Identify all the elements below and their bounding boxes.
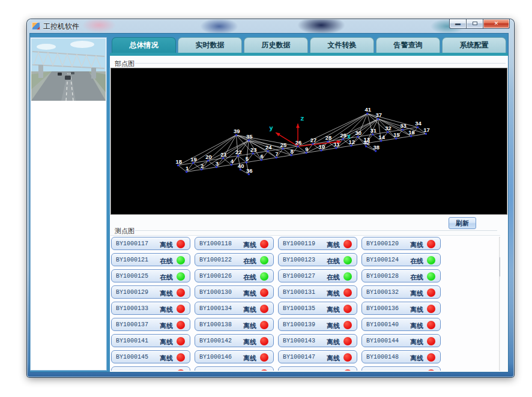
- sensor-status-label: 离线: [327, 321, 340, 330]
- tab-4[interactable]: 告警查询: [376, 37, 440, 53]
- sensor-card[interactable]: BY1000139离线: [278, 318, 357, 331]
- sensor-card[interactable]: BY1000146离线: [195, 350, 274, 363]
- sensor-status-label: 离线: [160, 338, 173, 347]
- svg-text:32: 32: [385, 125, 391, 131]
- svg-text:8: 8: [290, 148, 293, 155]
- sensor-card[interactable]: BY1000118离线: [195, 237, 274, 250]
- sensor-id: BY1000148: [366, 354, 399, 360]
- sensor-card[interactable]: BY1000131离线: [278, 285, 357, 299]
- svg-text:29: 29: [340, 132, 347, 139]
- sensor-card[interactable]: BY1000135离线: [278, 302, 357, 315]
- sensor-grid-scrollbar[interactable]: ▲ ▼: [499, 237, 500, 371]
- tab-3[interactable]: 文件转换: [310, 37, 374, 53]
- scroll-down-icon[interactable]: ▼: [500, 362, 500, 370]
- close-button[interactable]: ✕: [483, 19, 510, 29]
- maximize-icon: [473, 22, 477, 25]
- sensor-status-label: 离线: [243, 321, 256, 330]
- sensor-status-label: 离线: [243, 338, 256, 347]
- sensor-card[interactable]: BY1000142离线: [195, 334, 274, 347]
- sensor-card[interactable]: BY1000133离线: [111, 302, 190, 315]
- sensor-diagram-label: 测点图: [115, 227, 135, 236]
- svg-text:4: 4: [231, 158, 234, 164]
- sensor-card[interactable]: [195, 366, 274, 371]
- sensor-status-label: 离线: [327, 289, 340, 298]
- sensor-card[interactable]: BY1000128在线: [361, 269, 441, 282]
- svg-text:18: 18: [175, 158, 182, 165]
- svg-text:38: 38: [373, 144, 379, 151]
- sensor-card[interactable]: [278, 366, 357, 371]
- status-offline-icon: [427, 337, 435, 345]
- sensor-id: BY1000124: [366, 257, 399, 263]
- sensor-card[interactable]: BY1000140离线: [361, 318, 441, 331]
- refresh-button[interactable]: 刷新: [449, 217, 476, 229]
- status-offline-icon: [427, 288, 435, 297]
- sensor-card[interactable]: BY1000117离线: [111, 237, 190, 250]
- svg-text:10: 10: [319, 143, 325, 150]
- status-offline-icon: [177, 353, 185, 362]
- scroll-up-icon[interactable]: ▲: [500, 237, 500, 246]
- sensor-card[interactable]: BY1000121在线: [111, 253, 190, 266]
- svg-text:39: 39: [234, 128, 240, 134]
- sensor-card[interactable]: BY1000134离线: [195, 302, 274, 315]
- sensor-card[interactable]: BY1000122在线: [195, 253, 274, 266]
- svg-text:35: 35: [246, 133, 253, 140]
- svg-text:5: 5: [246, 155, 249, 162]
- tab-0[interactable]: 总体情况: [112, 37, 176, 53]
- sensor-id: BY1000126: [199, 273, 232, 279]
- sensor-card[interactable]: BY1000141离线: [111, 334, 190, 347]
- sensor-card[interactable]: BY1000125在线: [111, 269, 190, 282]
- title-bar[interactable]: 工控机软件 ▬ ✕: [27, 19, 514, 33]
- sensor-card[interactable]: BY1000147离线: [278, 350, 357, 363]
- sensor-status-label: 在线: [327, 273, 340, 282]
- tab-1[interactable]: 实时数据: [178, 37, 242, 53]
- status-offline-icon: [343, 321, 352, 329]
- tab-strip: 总体情况实时数据历史数据文件转换告警查询系统配置: [110, 37, 508, 53]
- sensor-id: BY1000130: [199, 289, 232, 296]
- sensor-card[interactable]: BY1000148离线: [361, 350, 441, 363]
- svg-text:17: 17: [423, 127, 430, 133]
- sensor-card[interactable]: BY1000143离线: [278, 334, 357, 347]
- status-offline-icon: [260, 353, 268, 362]
- svg-text:22: 22: [235, 149, 242, 155]
- sensor-card[interactable]: BY1000138离线: [195, 318, 274, 331]
- sensor-status-label: 离线: [160, 321, 173, 330]
- scrollbar-thumb[interactable]: [500, 257, 500, 277]
- sensor-card[interactable]: BY1000144离线: [361, 334, 441, 347]
- svg-text:42: 42: [363, 139, 370, 146]
- svg-text:27: 27: [310, 137, 317, 143]
- tab-5[interactable]: 系统配置: [442, 37, 506, 53]
- sensor-status-label: 离线: [410, 321, 423, 330]
- status-offline-icon: [343, 240, 352, 248]
- sensor-card[interactable]: BY1000132离线: [361, 285, 441, 299]
- svg-text:1: 1: [186, 165, 189, 172]
- svg-text:11: 11: [334, 141, 340, 148]
- sensor-card[interactable]: BY1000129离线: [111, 285, 190, 299]
- sensor-card[interactable]: BY1000127在线: [278, 269, 357, 282]
- status-online-icon: [177, 272, 185, 281]
- sensor-card[interactable]: BY1000123在线: [278, 253, 357, 266]
- sensor-status-label: 离线: [160, 354, 173, 363]
- sensor-card[interactable]: BY1000126在线: [195, 269, 274, 282]
- sensor-card[interactable]: BY1000145离线: [111, 350, 190, 363]
- sensor-status-label: 离线: [327, 354, 340, 363]
- status-offline-icon: [427, 305, 435, 313]
- sensor-status-label: 在线: [410, 273, 423, 282]
- sensor-card[interactable]: BY1000120离线: [361, 237, 441, 250]
- tab-2[interactable]: 历史数据: [244, 37, 308, 53]
- sensor-card[interactable]: BY1000136离线: [361, 302, 441, 315]
- sensor-card[interactable]: [111, 366, 190, 371]
- window-title: 工控机软件: [43, 22, 79, 32]
- svg-text:24: 24: [265, 144, 272, 151]
- status-offline-icon: [260, 240, 268, 248]
- sensor-status-label: 离线: [327, 305, 340, 314]
- minimize-button[interactable]: ▬: [449, 19, 467, 29]
- sensor-card[interactable]: [361, 366, 441, 371]
- sensor-group-line: [135, 230, 497, 231]
- maximize-button[interactable]: [467, 19, 483, 29]
- status-offline-icon: [260, 337, 268, 345]
- sensor-card[interactable]: BY1000124在线: [361, 253, 441, 266]
- sensor-card[interactable]: BY1000130离线: [195, 285, 274, 299]
- sensor-card[interactable]: BY1000137离线: [111, 318, 190, 331]
- sensor-card[interactable]: BY1000119离线: [278, 237, 357, 250]
- svg-text:12: 12: [349, 139, 355, 145]
